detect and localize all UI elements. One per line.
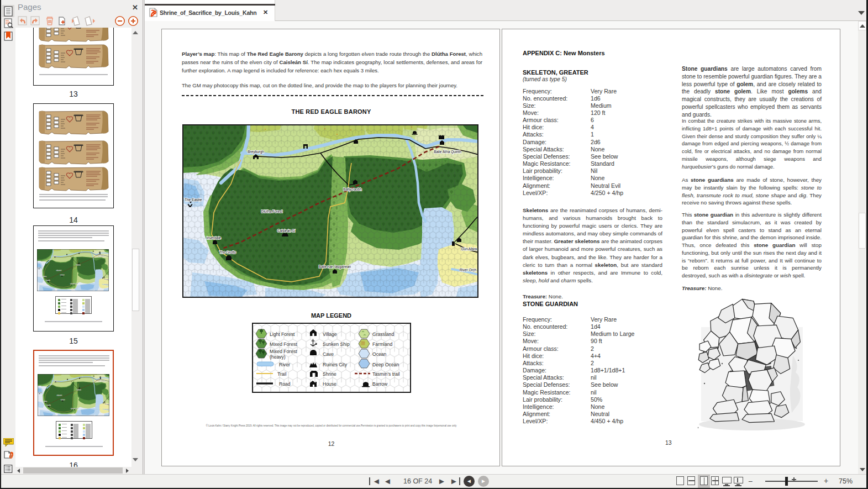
svg-text:River: River [279, 362, 290, 367]
svg-text:Mixed Forest: Mixed Forest [270, 341, 297, 347]
svg-text:House: House [323, 381, 336, 387]
svg-text:(heavy): (heavy) [270, 354, 286, 360]
svg-text:Tasmin’s trail: Tasmin’s trail [372, 371, 400, 377]
svg-text:Trail: Trail [277, 371, 286, 377]
svg-text:Road: Road [279, 381, 291, 387]
svg-text:Shrine: Shrine [323, 371, 336, 377]
svg-text:Grassland: Grassland [372, 332, 394, 337]
svg-text:Ruines City: Ruines City [323, 362, 348, 367]
svg-text:Village: Village [323, 332, 337, 337]
svg-text:Deep Ocean: Deep Ocean [372, 362, 399, 367]
svg-text:Farmland: Farmland [372, 341, 393, 347]
svg-text:Mixed Forest: Mixed Forest [270, 349, 297, 354]
svg-text:Light Forest: Light Forest [270, 332, 295, 337]
svg-text:Barrow: Barrow [372, 381, 388, 387]
svg-text:Cave: Cave [323, 351, 334, 357]
svg-text:Ocean: Ocean [372, 351, 387, 357]
svg-text:Sunken Ship: Sunken Ship [323, 341, 350, 347]
